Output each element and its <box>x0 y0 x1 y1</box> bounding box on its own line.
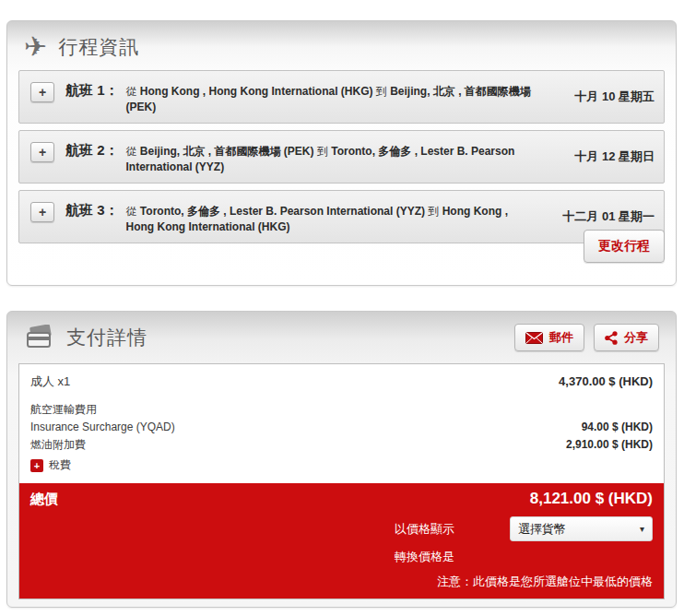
mail-icon <box>525 332 543 344</box>
payment-actions: 郵件 分享 <box>514 324 659 351</box>
flight-row-3: + 航班 3： 從 Toronto, 多倫多 , Lester B. Pears… <box>18 190 665 243</box>
total-amount: 8,121.00 $ (HKD) <box>530 490 653 508</box>
fare-row-fuel: 燃油附加費 2,910.00 $ (HKD) <box>19 436 664 454</box>
flight-row-2: + 航班 2： 從 Beijing, 北京 , 首都國際機場 (PEK) 到 T… <box>18 130 665 184</box>
currency-row: 以價格顯示 選擇貨幣 ▾ <box>30 516 653 541</box>
to-prefix: 到 <box>428 205 439 218</box>
from-airport: Toronto, 多倫多 , Lester B. Pearson Interna… <box>140 205 425 218</box>
insurance-amount: 94.00 $ (HKD) <box>582 421 653 433</box>
payment-header: 支付詳情 郵件 <box>7 312 676 361</box>
from-prefix: 從 <box>126 205 137 218</box>
flight-1-date: 十月 10 星期五 <box>565 89 655 105</box>
flight-1-label: 航班 1： <box>65 82 119 100</box>
flight-3-route: 從 Toronto, 多倫多 , Lester B. Pearson Inter… <box>126 204 532 235</box>
from-airport: Hong Kong , Hong Kong International (HKG… <box>140 85 373 98</box>
from-prefix: 從 <box>126 145 137 158</box>
fare-row-transport-group: 航空運輸費用 <box>19 401 664 419</box>
fare-row-adult: 成人 x1 4,370.00 $ (HKD) <box>19 364 664 401</box>
flight-2-label: 航班 2： <box>65 142 119 160</box>
currency-select[interactable]: 選擇貨幣 ▾ <box>510 516 653 541</box>
total-row: 總價 8,121.00 $ (HKD) <box>30 490 653 508</box>
total-price-banner: 總價 8,121.00 $ (HKD) 以價格顯示 選擇貨幣 ▾ 轉換價格是 注… <box>19 483 664 598</box>
mail-button-label: 郵件 <box>549 329 573 346</box>
flight-3-date: 十二月 01 星期一 <box>553 208 655 225</box>
flight-2-date: 十月 12 星期日 <box>565 148 655 165</box>
chevron-down-icon: ▾ <box>640 524 644 534</box>
expand-flight-1-button[interactable]: + <box>30 82 54 102</box>
payment-title: 支付詳情 <box>66 325 147 350</box>
flight-1-route: 從 Hong Kong , Hong Kong International (H… <box>126 84 532 115</box>
fare-row-insurance: Insurance Surcharge (YQAD) 94.00 $ (HKD) <box>19 419 664 436</box>
from-airport: Beijing, 北京 , 首都國際機場 (PEK) <box>140 145 314 158</box>
adult-label: 成人 x1 <box>30 373 70 390</box>
flight-3-label: 航班 3： <box>65 202 119 219</box>
share-button[interactable]: 分享 <box>594 324 659 351</box>
fuel-surcharge-amount: 2,910.00 $ (HKD) <box>566 438 653 451</box>
itinerary-section: ✈ 行程資訊 + 航班 1： 從 Hong Kong , Hong Kong I… <box>6 20 677 286</box>
payment-section: 支付詳情 郵件 <box>6 311 677 608</box>
to-prefix: 到 <box>317 145 328 158</box>
converted-price-row: 轉換價格是 <box>30 549 653 565</box>
display-price-in-label: 以價格顯示 <box>395 521 510 538</box>
airplane-icon: ✈ <box>24 33 47 61</box>
itinerary-title: 行程資訊 <box>58 34 139 60</box>
expand-flight-2-button[interactable]: + <box>30 142 54 162</box>
flight-2-route: 從 Beijing, 北京 , 首都國際機場 (PEK) 到 Toronto, … <box>126 144 532 175</box>
itinerary-header: ✈ 行程資訊 <box>7 21 676 70</box>
insurance-label: Insurance Surcharge (YQAD) <box>30 419 175 436</box>
share-icon <box>605 331 618 345</box>
share-button-label: 分享 <box>624 329 648 346</box>
flight-row-1: + 航班 1： 從 Hong Kong , Hong Kong Internat… <box>18 70 665 124</box>
mail-button[interactable]: 郵件 <box>514 324 584 351</box>
credit-card-icon <box>24 325 55 350</box>
converted-price-label: 轉換價格是 <box>395 549 653 565</box>
expand-flight-3-button[interactable]: + <box>30 202 54 222</box>
fare-breakdown: 成人 x1 4,370.00 $ (HKD) 航空運輸費用 Insurance … <box>18 363 665 599</box>
fuel-surcharge-label: 燃油附加費 <box>30 436 86 454</box>
change-itinerary-button[interactable]: 更改行程 <box>584 230 665 263</box>
transport-group-label: 航空運輸費用 <box>30 401 97 419</box>
lowest-price-note: 注意：此價格是您所選艙位中最低的價格 <box>30 574 653 590</box>
adult-amount: 4,370.00 $ (HKD) <box>559 374 653 388</box>
expand-taxes-icon[interactable]: + <box>30 459 43 472</box>
fare-row-taxes: + 稅費 <box>19 454 664 483</box>
to-prefix: 到 <box>376 85 387 98</box>
total-label: 總價 <box>30 491 58 508</box>
currency-select-value: 選擇貨幣 <box>518 521 566 538</box>
from-prefix: 從 <box>126 85 137 98</box>
taxes-label: 稅費 <box>49 456 71 474</box>
